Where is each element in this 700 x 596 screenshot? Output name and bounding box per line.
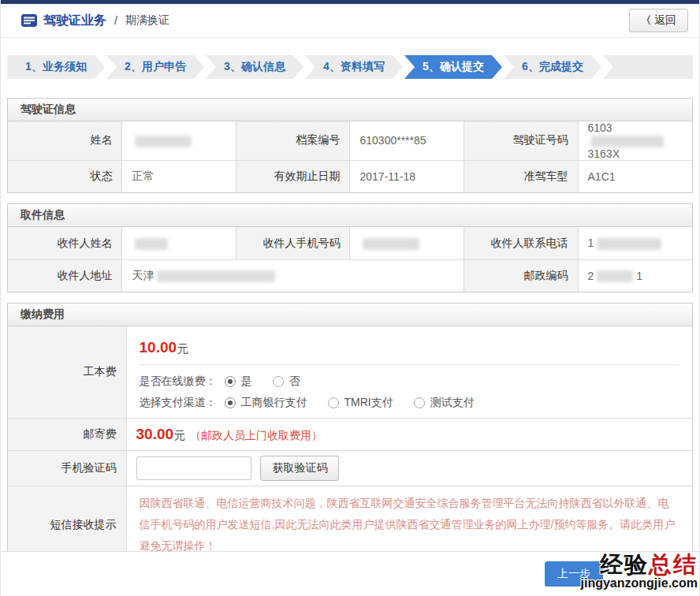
pay-channel-label: 选择支付渠道： (140, 396, 217, 410)
radio-unchecked-icon[interactable] (414, 397, 425, 408)
yuan-unit: 元 (177, 342, 188, 355)
breadcrumb-separator: / (114, 14, 117, 27)
production-fee-cell: 10.00元 是否在线缴费： 是 否 (126, 326, 692, 419)
breadcrumb-current: 期满换证 (125, 13, 169, 28)
step-1-tab[interactable]: 1、业务须知 (7, 55, 105, 79)
footer-bar: 上一步 经验总结 jingyanzongjie.com (1, 551, 699, 596)
step-1-label: 1、业务须知 (25, 60, 87, 74)
step-2-label: 2、用户申告 (125, 60, 186, 74)
page-title: 驾驶证业务 (43, 13, 106, 29)
postage-fee-cell: 30.00元（邮政人员上门收取费用） (126, 419, 692, 451)
production-fee-amount: 10.00 (140, 339, 177, 356)
online-pay-yes-option[interactable]: 是 (225, 374, 252, 389)
online-pay-yes-label: 是 (241, 374, 252, 389)
recipient-phone-value (350, 227, 464, 259)
step-2-tab[interactable]: 2、用户申告 (106, 55, 204, 79)
back-button-label: 返回 (654, 13, 676, 28)
license-list-icon (21, 14, 37, 27)
file-number-value: 610300****85 (350, 121, 464, 160)
zip-suffix: 1 (636, 270, 642, 282)
step-5-label: 5、确认提交 (423, 60, 484, 74)
license-info-section: 驾驶证信息 姓名 档案编号 610300****85 驾驶证号码 6103316… (7, 98, 693, 193)
production-fee-label: 工本费 (8, 326, 126, 419)
postage-fee-label: 邮寄费 (8, 419, 126, 451)
step-3-label: 3、确认信息 (224, 60, 285, 74)
watermark-word-red: 总结 (649, 552, 698, 577)
table-row: 收件人地址 天津 邮政编码 21 (8, 259, 692, 292)
name-value (122, 121, 236, 160)
prev-step-button[interactable]: 上一步 (545, 561, 603, 587)
online-pay-no-label: 否 (289, 374, 300, 389)
file-number-label: 档案编号 (236, 121, 350, 160)
production-fee-amount-line: 10.00元 (140, 339, 680, 356)
fees-section-title: 缴纳费用 (8, 304, 692, 326)
watermark-word-black: 经验 (600, 552, 649, 577)
censored-license-number (591, 136, 664, 147)
sms-code-cell: 获取验证码 (126, 451, 692, 486)
license-number-suffix: 3163X (588, 147, 620, 160)
address-prefix: 天津 (132, 269, 154, 281)
breadcrumb: 驾驶证业务 / 期满换证 (21, 13, 169, 29)
recipient-name-label: 收件人姓名 (8, 227, 122, 259)
zip-value: 21 (578, 259, 692, 292)
censored-address (157, 270, 275, 282)
step-4-label: 4、资料填写 (323, 60, 385, 74)
sms-code-input[interactable] (136, 456, 251, 480)
channel-icbc-label: 工商银行支付 (241, 396, 307, 410)
table-row: 姓名 档案编号 610300****85 驾驶证号码 61033163X (8, 121, 692, 160)
pickup-info-table: 收件人姓名 收件人手机号码 收件人联系电话 1 收件人地址 天津 邮政编码 21 (8, 227, 692, 292)
recipient-tel-prefix: 1 (588, 237, 594, 249)
zip-prefix: 2 (588, 270, 594, 282)
channel-test-option[interactable]: 测试支付 (414, 396, 475, 410)
page-header: 驾驶证业务 / 期满换证 〈 返回 (1, 4, 699, 38)
back-chevron-icon: 〈 (641, 13, 651, 28)
pickup-section-title: 取件信息 (8, 204, 692, 227)
radio-unchecked-icon[interactable] (328, 397, 339, 408)
table-row: 工本费 10.00元 是否在线缴费： 是 否 (8, 326, 692, 419)
fees-table: 工本费 10.00元 是否在线缴费： 是 否 (8, 326, 692, 563)
table-row: 手机验证码 获取验证码 (8, 451, 692, 486)
censored-recipient-name (135, 238, 168, 250)
channel-tmri-option[interactable]: TMRI支付 (328, 396, 393, 410)
license-info-table: 姓名 档案编号 610300****85 驾驶证号码 61033163X 状态 … (8, 121, 692, 192)
back-button[interactable]: 〈 返回 (629, 9, 688, 32)
license-number-label: 驾驶证号码 (464, 121, 578, 160)
censored-name (135, 136, 192, 147)
postage-fee-note: （邮政人员上门收取费用） (190, 429, 322, 441)
zip-label: 邮政编码 (464, 259, 578, 292)
vehicle-class-value: A1C1 (578, 160, 692, 192)
channel-test-label: 测试支付 (430, 396, 475, 410)
recipient-phone-label: 收件人手机号码 (236, 227, 350, 259)
address-value: 天津 (122, 259, 464, 292)
sms-code-label: 手机验证码 (8, 451, 126, 486)
censored-zip (597, 270, 633, 282)
status-value: 正常 (122, 160, 236, 192)
channel-icbc-option[interactable]: 工商银行支付 (225, 396, 307, 410)
recipient-name-value (122, 227, 236, 259)
step-3-tab[interactable]: 3、确认信息 (206, 55, 303, 79)
page: 驾驶证业务 / 期满换证 〈 返回 1、业务须知 2、用户申告 3、确认信息 4… (0, 0, 700, 596)
recipient-tel-value: 1 (578, 227, 692, 259)
online-pay-no-option[interactable]: 否 (273, 374, 300, 389)
online-pay-label: 是否在线缴费： (140, 374, 217, 389)
address-label: 收件人地址 (8, 259, 122, 292)
name-label: 姓名 (8, 121, 122, 160)
recipient-tel-label: 收件人联系电话 (464, 227, 578, 259)
censored-recipient-phone (363, 238, 419, 250)
step-6-tab[interactable]: 6、完成提交 (504, 55, 601, 79)
step-4-tab[interactable]: 4、资料填写 (305, 55, 403, 79)
radio-unchecked-icon[interactable] (273, 376, 284, 387)
expiry-value: 2017-11-18 (350, 160, 464, 192)
radio-checked-icon[interactable] (225, 397, 236, 408)
fees-section: 缴纳费用 工本费 10.00元 是否在线缴费： 是 (7, 303, 693, 564)
radio-checked-icon[interactable] (225, 376, 236, 387)
step-5-tab-active[interactable]: 5、确认提交 (404, 55, 502, 79)
get-code-button[interactable]: 获取验证码 (260, 456, 339, 481)
vehicle-class-label: 准驾车型 (464, 160, 578, 192)
step-nav: 1、业务须知 2、用户申告 3、确认信息 4、资料填写 5、确认提交 6、完成提… (7, 55, 693, 79)
table-row: 状态 正常 有效期止日期 2017-11-18 准驾车型 A1C1 (8, 160, 692, 192)
table-row: 收件人姓名 收件人手机号码 收件人联系电话 1 (8, 227, 692, 259)
license-number-value: 61033163X (578, 121, 692, 160)
online-pay-row: 是否在线缴费： 是 否 (140, 374, 680, 389)
expiry-label: 有效期止日期 (236, 160, 350, 192)
